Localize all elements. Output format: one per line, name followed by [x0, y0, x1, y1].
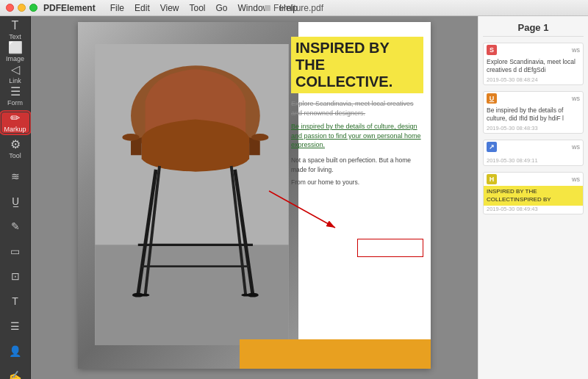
image-icon: ⬜ [8, 42, 23, 54]
doc-filename: Furniture.pdf [273, 3, 323, 13]
annotation-item-3[interactable]: ↗ ws 2019-05-30 08:49:11 [483, 140, 584, 166]
list-icon: ☰ [10, 320, 20, 332]
menu-edit[interactable]: Edit [135, 3, 150, 13]
highlight-icon: ≋ [11, 170, 20, 182]
menu-view[interactable]: View [160, 3, 179, 13]
main-layout: T Text ⬜ Image ◁ Link ☰ Form ✏ Markup ⚙ … [0, 16, 588, 379]
sidebar-markup-label: Markup [4, 126, 26, 133]
annotation-icon-1: S [487, 45, 497, 55]
minimize-button[interactable] [18, 4, 26, 12]
annotation-date-1: 2019-05-30 08:48:24 [484, 76, 583, 84]
sidebar-highlight-tool[interactable]: ≋ [1, 165, 29, 187]
left-sidebar: T Text ⬜ Image ◁ Link ☰ Form ✏ Markup ⚙ … [0, 16, 31, 379]
sidebar-text-label: Text [9, 33, 21, 40]
svg-point-4 [251, 134, 268, 141]
svg-point-13 [141, 294, 150, 297]
doc-title-bar: Furniture.pdf [265, 3, 323, 13]
body-text-1: Not a space built on perfection. But a h… [291, 156, 423, 175]
svg-point-3 [122, 134, 139, 141]
annotation-header-2: U ws [484, 92, 583, 105]
annotation-date-3: 2019-05-30 08:49:11 [484, 157, 583, 165]
sidebar-tool-label: Tool [9, 152, 21, 159]
annotation-icon-3: ↗ [487, 142, 497, 152]
pen-icon: ✎ [11, 220, 20, 232]
signature-text: From our home to yours. [291, 178, 423, 186]
maximize-button[interactable] [29, 4, 37, 12]
annotation-ws-2: ws [572, 95, 580, 102]
sidebar-sign-tool[interactable]: ✍ [1, 365, 29, 379]
annotation-header-1: S ws [484, 43, 583, 57]
traffic-lights[interactable] [6, 4, 37, 12]
underline-icon: U̲ [12, 195, 19, 207]
sidebar-box-tool[interactable]: ▭ [1, 240, 29, 262]
pdf-text-content: INSPIRED BY THE COLLECTIVE. Explore Scan… [291, 37, 423, 195]
form-icon: ☰ [10, 86, 21, 98]
sidebar-item-link[interactable]: ◁ Link [1, 64, 29, 84]
annotation-ws-4: ws [572, 176, 580, 183]
sidebar-underline-tool[interactable]: U̲ [1, 190, 29, 212]
sidebar-item-tool[interactable]: ⚙ Tool [1, 139, 29, 159]
sidebar-person-tool[interactable]: 👤 [1, 340, 29, 362]
svg-rect-1 [95, 245, 289, 345]
headline-text: INSPIRED BY THE COLLECTIVE. [295, 40, 419, 90]
sidebar-stamp-tool[interactable]: ⊡ [1, 265, 29, 287]
annotation-item-2[interactable]: U ws Be inspired by the details of cultu… [483, 91, 584, 134]
panel-title: Page 1 [483, 22, 584, 37]
sidebar-item-markup[interactable]: ✏ Markup [1, 112, 29, 133]
annotation-item-1[interactable]: S ws Explore Scandinavia, meet local cre… [483, 43, 584, 85]
annotation-icon-2: U [487, 93, 497, 104]
menu-file[interactable]: File [110, 3, 124, 13]
box-icon: ▭ [10, 245, 20, 257]
sidebar-pen-tool[interactable]: ✎ [1, 215, 29, 237]
annotation-date-4: 2019-05-30 08:49:43 [484, 206, 583, 214]
link-icon: ◁ [11, 64, 20, 76]
annotation-item-4[interactable]: H ws INSPIRED BY THE COLLECTINSPIRED BY … [483, 172, 584, 214]
sidebar-item-image[interactable]: ⬜ Image [1, 42, 29, 62]
sign-icon: ✍ [9, 370, 21, 379]
underline-text: Be inspired by the details of culture, d… [291, 122, 423, 150]
annotation-body-2: Be inspired by the details of culture, d… [484, 105, 583, 125]
menu-go[interactable]: Go [216, 3, 228, 13]
text-icon: T [12, 20, 19, 32]
sidebar-callout-tool[interactable]: T [1, 290, 29, 312]
sidebar-image-label: Image [6, 55, 24, 62]
strikethrough-text: Explore Scandinavia, meet local creative… [291, 99, 423, 118]
annotation-header-4: H ws [484, 173, 583, 186]
menu-tool[interactable]: Tool [190, 3, 206, 13]
markup-icon: ✏ [10, 112, 20, 124]
titlebar: PDFElement File Edit View Tool Go Window… [0, 0, 588, 16]
chair-background [78, 22, 298, 369]
tool-icon: ⚙ [10, 139, 21, 151]
textbox-annotation[interactable] [357, 239, 423, 257]
annotation-ws-1: ws [572, 46, 580, 54]
annotation-highlighted-4: INSPIRED BY THE COLLECTINSPIRED BY [484, 186, 583, 206]
annotation-date-2: 2019-05-30 08:48:33 [484, 125, 583, 133]
headline-box: INSPIRED BY THE COLLECTIVE. [291, 37, 423, 93]
annotation-header-3: ↗ ws [484, 140, 583, 154]
sidebar-item-form[interactable]: ☰ Form [1, 86, 29, 107]
chair-svg [93, 44, 291, 345]
sidebar-link-label: Link [9, 77, 21, 84]
annotation-body-1: Explore Scandinavia, meet local creative… [484, 57, 583, 76]
annotation-ws-3: ws [572, 143, 580, 151]
pdf-content-area[interactable]: INSPIRED BY THE COLLECTIVE. Explore Scan… [31, 16, 478, 379]
orange-strip [240, 339, 431, 369]
stamp-icon: ⊡ [11, 270, 20, 282]
svg-point-14 [241, 294, 250, 297]
person-icon: 👤 [9, 345, 21, 357]
close-button[interactable] [6, 4, 14, 12]
sidebar-list-tool[interactable]: ☰ [1, 315, 29, 337]
app-name: PDFElement [43, 3, 96, 13]
pdf-page: INSPIRED BY THE COLLECTIVE. Explore Scan… [78, 22, 431, 369]
annotation-icon-4: H [487, 174, 497, 184]
callout-icon: T [12, 295, 18, 307]
sidebar-form-label: Form [7, 99, 23, 107]
right-panel: Page 1 S ws Explore Scandinavia, meet lo… [478, 16, 588, 379]
sidebar-item-text[interactable]: T Text [1, 20, 29, 40]
